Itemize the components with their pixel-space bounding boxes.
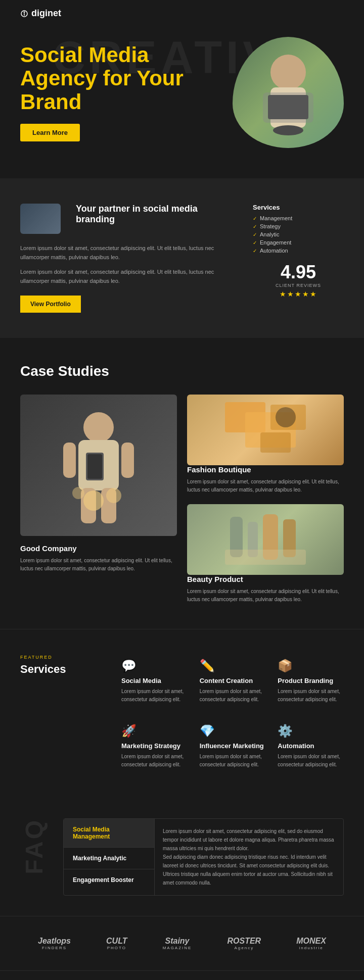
service-text-5: Lorem ipsum dolor sit amet, consectetur …: [278, 753, 344, 769]
svg-point-3: [270, 55, 306, 90]
partner-left: Your partner in social media branding Lo…: [20, 204, 233, 313]
service-icon-4: 💎: [200, 724, 266, 738]
logo-sub-1: PHOTO: [106, 946, 127, 950]
faq-items-col: Social Media Management Marketing Analyt…: [64, 819, 155, 895]
case-item-beauty-product: Beauty Product Lorem ipsum dolor sit ame…: [187, 504, 344, 604]
partner-right: Services ✓Management✓Strategy✓Analytic✓E…: [253, 204, 344, 313]
service-text-2: Lorem ipsum dolor sit amet, consectetur …: [278, 688, 344, 704]
faq-answer-col: Lorem ipsum dolor sit amet, consectetur …: [155, 819, 343, 895]
check-icon: ✓: [253, 248, 257, 254]
rating-number: 4.95: [253, 262, 344, 283]
featured-block: FEATURED Services: [20, 655, 61, 676]
case-text-1: Lorem ipsum dolor sit amet, consectetur …: [187, 478, 344, 494]
service-card-1: ✏️ Content Creation Lorem ipsum dolor si…: [200, 655, 266, 708]
fashion-items: [220, 397, 311, 463]
service-icon-1: ✏️: [200, 659, 266, 673]
logo-icon: [20, 10, 28, 18]
logo-text: diginet: [31, 8, 61, 19]
logo[interactable]: diginet: [20, 8, 61, 19]
check-icon: ✓: [253, 232, 257, 237]
services-label: Services: [253, 204, 344, 211]
service-text-0: Lorem ipsum dolor sit amet, consectetur …: [121, 688, 188, 704]
svg-point-1: [24, 11, 25, 13]
service-text-3: Lorem ipsum dolor sit amet, consectetur …: [121, 753, 188, 769]
service-card-4: 💎 Influencer Marketing Lorem ipsum dolor…: [200, 720, 266, 773]
case-name-0: Good Company: [20, 544, 177, 553]
svg-rect-28: [225, 550, 306, 565]
good-company-image: [20, 395, 177, 536]
faq-title-0: Social Media Management: [73, 826, 145, 840]
service-icon-5: ⚙️: [278, 724, 344, 738]
svg-point-18: [72, 487, 84, 499]
logo-sub-0: FINDERS: [38, 946, 71, 950]
svg-rect-6: [268, 95, 308, 119]
services-main-title: Services: [20, 663, 61, 676]
svg-point-23: [276, 407, 296, 427]
rating-label: CLIENT REVIEWS: [253, 283, 344, 288]
service-title-2: Product Branding: [278, 677, 344, 684]
service-text-4: Lorem ipsum dolor sit amet, consectetur …: [200, 753, 266, 769]
navbar: diginet: [0, 0, 364, 27]
faq-answer-2: Sed adipiscing diam donec adipiscing tri…: [163, 853, 335, 887]
service-card-5: ⚙️ Automation Lorem ipsum dolor sit amet…: [278, 720, 344, 773]
hero-person-illustration: [243, 42, 334, 143]
partner-service-item: ✓Engagement: [253, 239, 344, 246]
faq-panel: Social Media Management Marketing Analyt…: [63, 818, 344, 896]
service-text-1: Lorem ipsum dolor sit amet, consectetur …: [200, 688, 266, 704]
logo-item-0: JeatlopsFINDERS: [38, 937, 71, 950]
faq-section: FAQ Social Media Management Marketing An…: [0, 798, 364, 916]
services-list: ✓Management✓Strategy✓Analytic✓Engagement…: [253, 215, 344, 254]
logo-item-3: ROSTERAgency: [228, 937, 261, 950]
rating-block: 4.95 CLIENT REVIEWS ★★★★★: [253, 262, 344, 298]
check-icon: ✓: [253, 216, 257, 221]
partner-decorative-img: [20, 204, 61, 234]
featured-label: FEATURED: [20, 655, 61, 660]
logo-sub-4: industrie: [296, 946, 326, 950]
faq-item-1[interactable]: Marketing Analytic: [64, 848, 154, 869]
partner-service-item: ✓Analytic: [253, 231, 344, 237]
case-name-1: Fashion Boutique: [187, 465, 344, 474]
hero-content: Social Media Agency for Your Brand Learn…: [20, 43, 233, 141]
case-item-good-company: Good Company Lorem ipsum dolor sit amet,…: [20, 395, 177, 604]
check-icon: ✓: [253, 224, 257, 229]
svg-rect-22: [260, 432, 291, 453]
partner-text2: Lorem ipsum dolor sit amet, consectetur …: [20, 268, 233, 285]
case-name-2: Beauty Product: [187, 575, 344, 583]
service-icon-0: 💬: [121, 659, 188, 673]
person-with-phone: [48, 400, 149, 531]
svg-point-8: [83, 412, 114, 443]
fashion-boutique-image: [187, 395, 344, 465]
services-section: FEATURED Services 💬 Social Media Lorem i…: [0, 629, 364, 798]
rating-stars: ★★★★★: [253, 290, 344, 298]
case-item-fashion-boutique: Fashion Boutique Lorem ipsum dolor sit a…: [187, 395, 344, 494]
case-text-2: Lorem ipsum dolor sit amet, consectetur …: [187, 587, 344, 604]
beauty-product-image: [187, 504, 344, 575]
faq-title-1: Marketing Analytic: [73, 855, 145, 862]
case-right-col: Fashion Boutique Lorem ipsum dolor sit a…: [187, 395, 344, 604]
check-icon: ✓: [253, 240, 257, 246]
svg-point-7: [273, 125, 303, 135]
faq-item-2[interactable]: Engagement Booster: [64, 869, 154, 891]
logo-item-1: CULTPHOTO: [106, 937, 127, 950]
logo-sub-3: Agency: [228, 946, 261, 950]
faq-title-2: Engagement Booster: [73, 876, 145, 884]
faq-container: FAQ Social Media Management Marketing An…: [20, 818, 344, 896]
hero-section: CREATIVE Social Media Agency for Your Br…: [0, 27, 364, 178]
case-text-0: Lorem ipsum dolor sit amet, consectetur …: [20, 557, 177, 573]
partner-title: Your partner in social media branding: [76, 204, 233, 225]
learn-more-button[interactable]: Learn More: [20, 124, 80, 141]
service-title-3: Marketing Strategy: [121, 742, 188, 750]
beauty-items: [220, 507, 311, 572]
faq-bg-label: FAQ: [20, 818, 48, 874]
logo-sub-2: MAGAZINE: [163, 946, 192, 950]
svg-point-17: [106, 488, 121, 503]
faq-answer-1: Lorem ipsum dolor sit amet, consectetur …: [163, 827, 335, 853]
service-card-0: 💬 Social Media Lorem ipsum dolor sit ame…: [121, 655, 188, 708]
faq-item-0[interactable]: Social Media Management: [64, 819, 154, 848]
partner-section: Your partner in social media branding Lo…: [0, 178, 364, 338]
svg-rect-12: [63, 443, 76, 478]
service-title-4: Influencer Marketing: [200, 742, 266, 750]
logo-item-2: StainyMAGAZINE: [163, 937, 192, 950]
view-portfolio-button[interactable]: View Portfolio: [20, 296, 81, 313]
service-card-2: 📦 Product Branding Lorem ipsum dolor sit…: [278, 655, 344, 708]
